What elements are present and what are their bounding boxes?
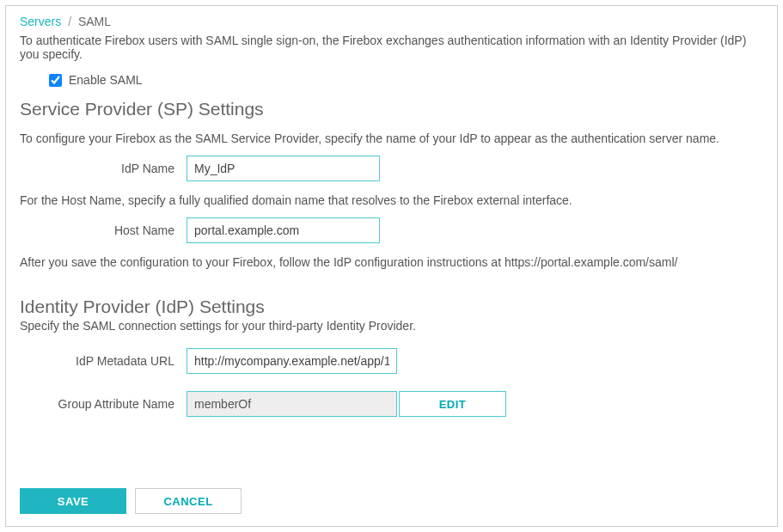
enable-saml-row: Enable SAML [49,73,763,87]
breadcrumb: Servers / SAML [20,15,763,28]
saml-settings-panel: Servers / SAML To authenticate Firebox u… [5,5,778,527]
breadcrumb-separator: / [64,15,75,28]
group-attr-row: Group Attribute Name EDIT [20,391,763,417]
idp-name-row: IdP Name [20,156,763,181]
enable-saml-checkbox[interactable] [49,74,62,87]
idp-name-input[interactable] [187,156,380,181]
metadata-url-row: IdP Metadata URL [20,348,763,374]
group-attr-label: Group Attribute Name [20,397,187,411]
edit-button[interactable]: EDIT [399,391,506,417]
bottom-button-bar: SAVE CANCEL [20,488,242,514]
sp-help-1: To configure your Firebox as the SAML Se… [20,131,763,145]
group-attr-input [187,391,397,417]
idp-help: Specify the SAML connection settings for… [20,319,763,333]
sp-save-note: After you save the configuration to your… [20,255,763,269]
breadcrumb-link-servers[interactable]: Servers [20,15,61,28]
save-button[interactable]: SAVE [20,488,126,514]
idp-section-title: Identity Provider (IdP) Settings [20,297,763,317]
metadata-url-label: IdP Metadata URL [20,354,187,368]
idp-name-label: IdP Name [20,162,187,175]
sp-help-2: For the Host Name, specify a fully quali… [20,193,763,207]
sp-section-title: Service Provider (SP) Settings [20,99,763,119]
host-name-input[interactable] [187,217,380,243]
metadata-url-input[interactable] [187,348,397,374]
enable-saml-label[interactable]: Enable SAML [69,73,143,87]
intro-text: To authenticate Firebox users with SAML … [20,34,763,61]
breadcrumb-current: SAML [78,15,111,28]
cancel-button[interactable]: CANCEL [135,488,242,514]
host-name-label: Host Name [20,223,187,237]
host-name-row: Host Name [20,217,763,243]
